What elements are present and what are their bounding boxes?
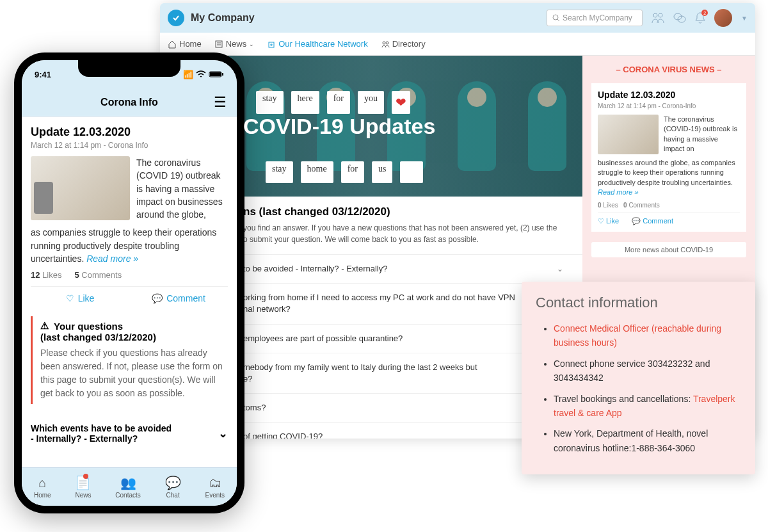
- hero-sign: us: [372, 161, 392, 183]
- questions-heading: ns (last changed 03/12/2020): [243, 206, 571, 218]
- svg-rect-15: [210, 72, 221, 76]
- chevron-down-icon: ⌄: [218, 426, 228, 440]
- contact-link[interactable]: Connect Medical Officer (reachable durin…: [554, 323, 721, 348]
- update-title: Update 12.03.2020: [31, 125, 228, 139]
- questions-desc: o submit your question. We will come bac…: [243, 234, 571, 245]
- exclaim-sign: !: [400, 161, 422, 183]
- topbar: My Company Search MyCompany 2 ▼: [160, 3, 755, 33]
- svg-point-2: [653, 13, 657, 17]
- phone-mockup: 9:41 📶 Corona Info ☰ Update 12.03.2020 M…: [14, 52, 244, 513]
- hero-sign: stay: [256, 91, 284, 114]
- sidebar-title: – CORONA VIRUS NEWS –: [591, 65, 746, 74]
- update-stats: 12 Likes 5 Comments: [31, 270, 228, 280]
- phone-notch: [78, 60, 180, 77]
- notification-badge: 2: [701, 10, 708, 16]
- like-button[interactable]: ♡ Like: [31, 293, 129, 303]
- questions-block: ⚠Your questions (last changed 03/12/2020…: [31, 316, 228, 404]
- news-meta: March 12 at 1:14 pm - Corona-Info: [598, 102, 740, 109]
- phone-title: Corona Info: [100, 97, 158, 108]
- nav-news[interactable]: 📄News: [75, 475, 91, 499]
- news-card: Update 12.03.2020 March 12 at 1:14 pm - …: [591, 83, 746, 232]
- heart-icon: [392, 91, 410, 114]
- wifi-icon: [196, 70, 206, 78]
- contact-item: Connect Medical Officer (reachable durin…: [554, 321, 741, 350]
- hero-sign: you: [358, 91, 384, 114]
- nav-contacts[interactable]: 👥Contacts: [115, 475, 140, 499]
- read-more-link[interactable]: Read more »: [86, 254, 138, 264]
- contact-item: Connect phone service 303423232 and 3043…: [554, 357, 741, 385]
- faq-item[interactable]: Which events have to be avoided- Interna…: [31, 417, 228, 450]
- svg-point-13: [386, 42, 388, 44]
- comment-button[interactable]: 💬 Comment: [632, 217, 673, 225]
- subnav: Home News⌄ Our Healthcare Network Direct…: [160, 33, 755, 56]
- comment-button[interactable]: 💬 Comment: [129, 293, 228, 303]
- nav-healthcare[interactable]: Our Healthcare Network: [267, 39, 367, 49]
- questions-subtitle: (last changed 03/12/2020): [40, 332, 228, 343]
- update-text: The coronavirus (COVID 19) outbreak is h…: [136, 156, 228, 221]
- chevron-down-icon: ⌄: [557, 264, 563, 275]
- questions-text: Please check if you questions has alread…: [40, 346, 228, 400]
- bell-icon[interactable]: 2: [695, 12, 705, 24]
- nav-home[interactable]: ⌂Home: [34, 476, 51, 499]
- avatar[interactable]: [714, 9, 732, 27]
- update-text: as companies struggle to keep their oper…: [31, 226, 228, 265]
- news-stats: 0 Likes 0 Comments: [598, 202, 740, 209]
- menu-icon[interactable]: ☰: [214, 94, 227, 111]
- phone-header: Corona Info ☰: [22, 88, 237, 117]
- chevron-down-icon: ⌄: [249, 41, 254, 47]
- svg-rect-6: [216, 41, 222, 47]
- contact-item: New York, Department of Health, novel co…: [554, 426, 741, 455]
- svg-point-0: [553, 15, 558, 20]
- warning-icon: ⚠: [40, 320, 49, 332]
- faq-item[interactable]: to be avoided - Internally? - Externally…: [243, 255, 582, 284]
- bottom-nav: ⌂Home 📄News 👥Contacts 💬Chat 🗂Events: [22, 467, 237, 506]
- signal-icon: 📶: [183, 70, 193, 79]
- search-placeholder: Search MyCompany: [563, 13, 632, 22]
- contacts-icon: 👥: [120, 475, 136, 490]
- hero-sign: home: [301, 161, 333, 183]
- hero-title: COVID-19 Updates: [243, 114, 582, 139]
- hero-sign: here: [291, 91, 319, 114]
- nav-directory[interactable]: Directory: [381, 39, 426, 49]
- nav-events[interactable]: 🗂Events: [205, 476, 225, 499]
- svg-point-3: [659, 13, 662, 17]
- contact-title: Contact information: [536, 294, 741, 311]
- nav-home[interactable]: Home: [168, 39, 202, 49]
- svg-point-12: [383, 42, 385, 44]
- hero-sign: stay: [266, 161, 293, 183]
- read-more-link[interactable]: Read more »: [598, 188, 639, 196]
- hero-sign: for: [341, 161, 364, 183]
- chevron-down-icon[interactable]: ▼: [741, 15, 748, 22]
- contact-item: Travel bookings and cancellations: Trave…: [554, 392, 741, 421]
- battery-icon: [209, 70, 224, 78]
- more-news-link[interactable]: More news about COVID-19: [591, 242, 746, 257]
- folder-icon: 🗂: [209, 476, 221, 490]
- search-input[interactable]: Search MyCompany: [547, 10, 643, 26]
- news-title: Update 12.03.2020: [598, 90, 740, 100]
- news-text: businesses around the globe, as companie…: [598, 158, 740, 198]
- chat-icon: 💬: [165, 475, 181, 490]
- contact-list: Connect Medical Officer (reachable durin…: [536, 321, 741, 455]
- news-thumbnail: [598, 115, 659, 154]
- chat-icon[interactable]: [673, 12, 686, 24]
- hero-sign: for: [327, 91, 350, 114]
- home-icon: ⌂: [38, 476, 46, 490]
- company-name: My Company: [191, 12, 255, 24]
- update-meta: March 12 at 1:14 pm - Corona Info: [31, 141, 228, 150]
- like-button[interactable]: ♡ Like: [598, 217, 619, 225]
- svg-line-1: [557, 19, 559, 21]
- nav-chat[interactable]: 💬Chat: [165, 475, 181, 499]
- svg-rect-16: [222, 73, 223, 76]
- questions-desc: you find an answer. If you have a new qu…: [243, 222, 571, 234]
- people-icon[interactable]: [652, 12, 664, 24]
- status-time: 9:41: [35, 70, 51, 79]
- nav-news[interactable]: News⌄: [214, 39, 255, 49]
- contact-card: Contact information Connect Medical Offi…: [522, 282, 755, 474]
- update-thumbnail: [31, 156, 130, 220]
- news-text: The coronavirus (COVID-19) outbreak is h…: [664, 115, 740, 154]
- logo-icon[interactable]: [168, 10, 184, 26]
